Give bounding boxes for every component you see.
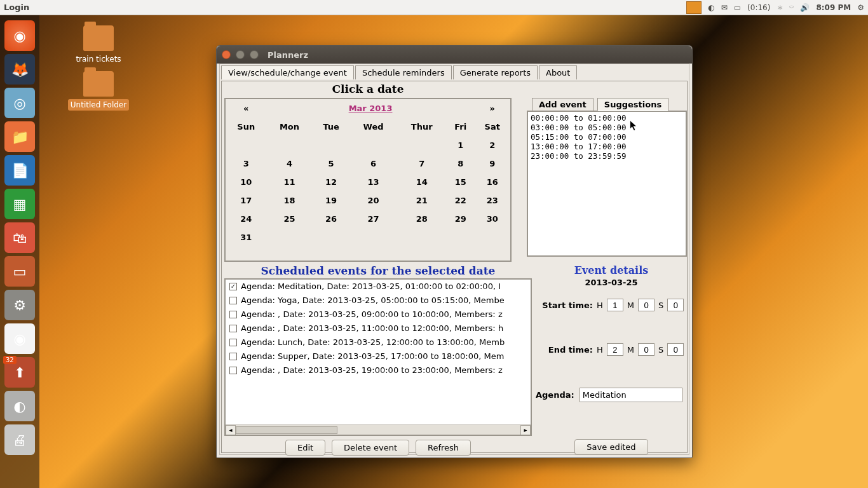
software-center-icon[interactable]: 🛍: [4, 222, 35, 253]
calendar-day[interactable]: 11: [267, 173, 313, 191]
eclipse-icon[interactable]: ◐: [4, 391, 35, 421]
suggestions-list[interactable]: 00:00:00 to 01:00:0003:00:00 to 05:00:00…: [527, 111, 687, 257]
agenda-input[interactable]: [580, 388, 682, 402]
tab-about[interactable]: About: [539, 65, 577, 79]
close-icon[interactable]: [222, 50, 231, 59]
event-row[interactable]: Agenda: , Date: 2013-03-25, 11:00:00 to …: [226, 322, 531, 336]
events-list[interactable]: Agenda: Meditation, Date: 2013-03-25, 01…: [224, 278, 532, 436]
calendar-day[interactable]: 6: [350, 154, 397, 173]
calendar-day[interactable]: 10: [226, 173, 267, 191]
refresh-button[interactable]: Refresh: [416, 440, 471, 456]
calendar-day[interactable]: 25: [267, 210, 313, 228]
end-hour-input[interactable]: [607, 343, 623, 356]
event-checkbox[interactable]: [229, 311, 237, 318]
settings-icon[interactable]: ⚙: [4, 290, 35, 320]
month-link[interactable]: Mar 2013: [349, 104, 393, 113]
edit-button[interactable]: Edit: [285, 440, 325, 456]
calendar-day[interactable]: 5: [313, 154, 350, 173]
calendar-day[interactable]: 19: [313, 191, 350, 210]
tab-reminders[interactable]: Schedule reminders: [355, 65, 452, 79]
indicator-app-icon[interactable]: [686, 1, 702, 14]
prev-month-button[interactable]: «: [226, 99, 267, 118]
chrome-icon[interactable]: ◉: [4, 323, 35, 354]
event-row[interactable]: Agenda: Yoga, Date: 2013-03-25, 05:00:00…: [226, 294, 531, 308]
titlebar[interactable]: Plannerz: [217, 46, 692, 64]
next-month-button[interactable]: »: [475, 99, 510, 118]
dash-icon[interactable]: ◉: [4, 20, 35, 51]
end-min-input[interactable]: [638, 343, 654, 356]
calendar-day[interactable]: 18: [267, 191, 313, 210]
calendar-day[interactable]: 30: [475, 210, 510, 228]
scroll-left-icon[interactable]: ◂: [226, 425, 236, 435]
calendar-day[interactable]: 14: [397, 173, 447, 191]
calendar-day[interactable]: 1: [447, 136, 475, 154]
impress-icon[interactable]: ▭: [4, 256, 35, 287]
calendar-day[interactable]: 28: [397, 210, 447, 228]
suggestion-item[interactable]: 05:15:00 to 07:00:00: [531, 132, 683, 142]
calendar-day[interactable]: 12: [313, 173, 350, 191]
start-hour-input[interactable]: [607, 299, 623, 311]
event-row[interactable]: Agenda: Lunch, Date: 2013-03-25, 12:00:0…: [226, 336, 531, 349]
scroll-right-icon[interactable]: ▸: [520, 425, 531, 435]
suggestion-item[interactable]: 13:00:00 to 17:00:00: [531, 142, 683, 151]
event-checkbox[interactable]: [229, 297, 237, 304]
calendar-day[interactable]: 22: [447, 191, 475, 210]
calendar-day[interactable]: 4: [267, 154, 313, 173]
bluetooth-icon[interactable]: ∗: [776, 3, 783, 12]
suggestion-item[interactable]: 23:00:00 to 23:59:59: [531, 151, 683, 161]
calendar-day[interactable]: 24: [226, 210, 267, 228]
desktop-folder-train-tickets[interactable]: train tickets: [64, 25, 133, 65]
event-checkbox[interactable]: [229, 339, 237, 346]
calendar-day[interactable]: 26: [313, 210, 350, 228]
event-row[interactable]: Agenda: Meditation, Date: 2013-03-25, 01…: [226, 280, 531, 294]
suggestion-item[interactable]: 03:00:00 to 05:00:00: [531, 123, 683, 132]
printer-icon[interactable]: 🖨: [4, 424, 35, 455]
wifi-icon[interactable]: ⌔: [789, 3, 794, 12]
desktop-folder-untitled[interactable]: Untitled Folder: [64, 71, 133, 111]
minimize-icon[interactable]: [236, 50, 245, 59]
scroll-thumb[interactable]: [236, 426, 337, 434]
calendar-day[interactable]: 21: [397, 191, 447, 210]
calendar-day[interactable]: 27: [350, 210, 397, 228]
end-sec-input[interactable]: [667, 343, 684, 356]
mail-icon[interactable]: ✉: [721, 3, 728, 12]
app-menu-label[interactable]: Login: [4, 3, 29, 12]
calendar-day[interactable]: 9: [475, 154, 510, 173]
chromium-icon[interactable]: ◎: [4, 88, 35, 118]
event-checkbox[interactable]: [229, 353, 237, 360]
tab-suggestions[interactable]: Suggestions: [597, 98, 668, 111]
delete-event-button[interactable]: Delete event: [332, 440, 409, 456]
calc-icon[interactable]: ▦: [4, 189, 35, 219]
volume-icon[interactable]: 🔊: [800, 3, 810, 12]
files-icon[interactable]: 📁: [4, 121, 35, 152]
event-checkbox[interactable]: [229, 367, 237, 374]
calendar-day[interactable]: 7: [397, 154, 447, 173]
event-row[interactable]: Agenda: , Date: 2013-03-25, 19:00:00 to …: [226, 363, 531, 377]
battery-icon[interactable]: ▭: [734, 3, 741, 12]
network-icon[interactable]: ◐: [708, 3, 714, 12]
tab-view-schedule[interactable]: View/schedule/change event: [221, 65, 354, 79]
calendar-day[interactable]: 8: [447, 154, 475, 173]
start-min-input[interactable]: [638, 299, 654, 311]
calendar-day[interactable]: 2: [475, 136, 510, 154]
calendar-day[interactable]: 20: [350, 191, 397, 210]
calendar-day[interactable]: 31: [226, 228, 267, 247]
calendar-day[interactable]: 29: [447, 210, 475, 228]
calendar-day[interactable]: 15: [447, 173, 475, 191]
event-row[interactable]: Agenda: , Date: 2013-03-25, 09:00:00 to …: [226, 308, 531, 322]
event-checkbox[interactable]: [229, 325, 237, 332]
calendar-day[interactable]: 17: [226, 191, 267, 210]
calendar-day[interactable]: 13: [350, 173, 397, 191]
event-checkbox[interactable]: [229, 283, 237, 290]
writer-icon[interactable]: 📄: [4, 155, 35, 186]
updates-icon[interactable]: ⬆: [4, 357, 35, 388]
events-hscrollbar[interactable]: ◂ ▸: [226, 424, 531, 435]
calendar-day[interactable]: 3: [226, 154, 267, 173]
firefox-icon[interactable]: 🦊: [4, 54, 35, 85]
gear-icon[interactable]: ⚙: [857, 3, 864, 12]
tab-add-event[interactable]: Add event: [532, 98, 593, 111]
calendar-day[interactable]: 23: [475, 191, 510, 210]
event-row[interactable]: Agenda: Supper, Date: 2013-03-25, 17:00:…: [226, 349, 531, 363]
tab-reports[interactable]: Generate reports: [453, 65, 538, 79]
calendar-day[interactable]: 16: [475, 173, 510, 191]
